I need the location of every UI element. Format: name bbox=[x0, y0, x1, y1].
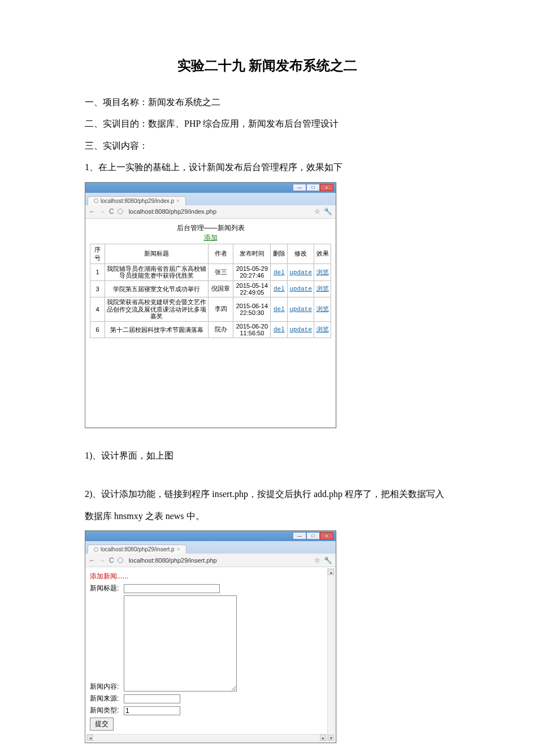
window-max-button[interactable]: □ bbox=[306, 184, 320, 191]
cell-time: 2015-05-2920:27:46 bbox=[233, 263, 271, 280]
step-1: 1、在上一实验的基础上，设计新闻发布后台管理程序，效果如下 bbox=[85, 157, 449, 178]
section-1: 一、项目名称：新闻发布系统之二 bbox=[85, 92, 449, 113]
nav-reload-button[interactable]: C bbox=[109, 208, 114, 215]
window-titlebar: — □ x bbox=[85, 531, 336, 541]
row-submit: 提交 bbox=[90, 718, 327, 731]
cell-view: 浏览 bbox=[314, 297, 331, 321]
step-1-2: 2)、设计添加功能，链接到程序 insert.php，按提交后执行 add.ph… bbox=[85, 483, 449, 527]
tab-favicon-icon bbox=[94, 547, 98, 552]
view-link[interactable]: 浏览 bbox=[316, 305, 329, 312]
browser-toolbar: ← → C localhost:8080/php29/index.php ☆ 🔧 bbox=[85, 205, 336, 219]
window-min-button[interactable]: — bbox=[293, 184, 306, 191]
textarea-news-content[interactable] bbox=[124, 595, 237, 692]
delete-link[interactable]: del bbox=[273, 306, 285, 313]
update-link[interactable]: update bbox=[289, 269, 312, 276]
cell-id: 6 bbox=[90, 321, 105, 338]
update-link[interactable]: update bbox=[289, 306, 312, 313]
cell-id: 1 bbox=[90, 263, 105, 280]
row-title: 新闻标题: bbox=[90, 584, 327, 593]
delete-link[interactable]: del bbox=[273, 269, 285, 276]
cell-upd: update bbox=[288, 280, 314, 297]
input-news-title[interactable] bbox=[124, 584, 220, 593]
screenshot-insert-window: — □ x localhost:8080/php29/insert.p × ← … bbox=[85, 530, 336, 743]
cell-upd: update bbox=[288, 263, 314, 280]
th-title: 新闻标题 bbox=[105, 244, 209, 263]
wrench-menu-icon[interactable]: 🔧 bbox=[324, 556, 332, 564]
cell-time: 2015-06-2011:56:50 bbox=[233, 321, 271, 338]
update-link[interactable]: update bbox=[289, 286, 312, 292]
wrench-menu-icon[interactable]: 🔧 bbox=[324, 208, 332, 215]
url-globe-icon bbox=[118, 558, 123, 563]
cell-author: 倪国章 bbox=[209, 280, 233, 297]
cell-upd: update bbox=[288, 297, 314, 321]
table-row: 3学院第五届寝室文化节成功举行倪国章2015-05-1422:49:05delu… bbox=[90, 280, 331, 297]
cell-id: 4 bbox=[90, 297, 105, 321]
cell-del: del bbox=[271, 280, 288, 297]
table-row: 1我院辅导员在湖南省首届广东高校辅导员技能竞赛中获得优胜奖张三2015-05-2… bbox=[90, 263, 331, 280]
cell-time: 2015-06-1422:50:30 bbox=[233, 297, 271, 321]
table-heading: 后台管理——新闻列表 bbox=[90, 223, 331, 233]
horizontal-scrollbar[interactable]: ◂ ▸ bbox=[86, 734, 327, 741]
window-min-button[interactable]: — bbox=[293, 532, 306, 539]
tab-label: localhost:8080/php29/insert.p bbox=[101, 546, 175, 552]
th-upd: 修改 bbox=[288, 244, 314, 263]
cell-upd: update bbox=[288, 321, 314, 338]
label-type: 新闻类型: bbox=[90, 706, 124, 715]
news-table: 序号 新闻标题 作者 发布时间 删除 修改 效果 1我院辅导员在湖南省首届广东高… bbox=[90, 244, 331, 338]
screenshot-index-window: — □ x localhost:8080/php29/index.p × ← →… bbox=[85, 182, 336, 428]
browser-tab-strip: localhost:8080/php29/index.p × bbox=[85, 193, 336, 205]
window-max-button[interactable]: □ bbox=[306, 532, 320, 539]
url-bar[interactable]: localhost:8080/php29/insert.php bbox=[127, 556, 311, 565]
delete-link[interactable]: del bbox=[273, 286, 285, 292]
news-tbody: 1我院辅导员在湖南省首届广东高校辅导员技能竞赛中获得优胜奖张三2015-05-2… bbox=[90, 263, 331, 338]
tab-close-icon[interactable]: × bbox=[176, 198, 180, 204]
input-news-type[interactable] bbox=[124, 706, 180, 715]
cell-title: 我院荣获省高校党建研究会暨文艺作品创作交流及展优质课活动评比多项嘉奖 bbox=[105, 297, 209, 321]
browser-tab[interactable]: localhost:8080/php29/insert.p × bbox=[88, 545, 186, 554]
scroll-up-arrow-icon[interactable]: ▴ bbox=[328, 569, 334, 575]
tab-close-icon[interactable]: × bbox=[177, 546, 180, 552]
input-news-source[interactable] bbox=[124, 694, 180, 703]
nav-reload-button[interactable]: C bbox=[109, 556, 114, 564]
url-bar[interactable]: localhost:8080/php29/index.php bbox=[127, 207, 311, 216]
view-link[interactable]: 浏览 bbox=[316, 326, 329, 332]
cell-author: 院办 bbox=[209, 321, 233, 338]
table-header-row: 序号 新闻标题 作者 发布时间 删除 修改 效果 bbox=[90, 244, 331, 263]
cell-id: 3 bbox=[90, 280, 105, 297]
browser-toolbar: ← → C localhost:8080/php29/insert.php ☆ … bbox=[85, 554, 336, 567]
add-news-link[interactable]: 添加 bbox=[90, 233, 331, 243]
browser-tab[interactable]: localhost:8080/php29/index.p × bbox=[88, 196, 186, 205]
update-link[interactable]: update bbox=[289, 326, 312, 333]
scroll-down-arrow-icon[interactable]: ▾ bbox=[328, 735, 334, 741]
th-view: 效果 bbox=[314, 244, 331, 263]
th-del: 删除 bbox=[271, 244, 288, 263]
bookmark-star-icon[interactable]: ☆ bbox=[314, 208, 320, 215]
table-row: 6第十二届校园科技学术节圆满落幕院办2015-06-2011:56:50delu… bbox=[90, 321, 331, 338]
row-content: 新闻内容: bbox=[90, 595, 327, 692]
cell-del: del bbox=[271, 297, 288, 321]
scroll-left-arrow-icon[interactable]: ◂ bbox=[87, 735, 93, 741]
page-content: 添加新闻...... 新闻标题: 新闻内容: 新闻来源: 新闻类型: 提交 bbox=[85, 567, 336, 742]
cell-title: 学院第五届寝室文化节成功举行 bbox=[105, 280, 209, 297]
tab-label: localhost:8080/php29/index.p bbox=[101, 198, 174, 204]
bookmark-star-icon[interactable]: ☆ bbox=[314, 556, 320, 564]
document-page: 实验二十九 新闻发布系统之二 一、项目名称：新闻发布系统之二 二、实训目的：数据… bbox=[0, 0, 534, 756]
nav-back-button[interactable]: ← bbox=[89, 208, 95, 215]
view-link[interactable]: 浏览 bbox=[316, 285, 329, 292]
nav-back-button[interactable]: ← bbox=[89, 556, 95, 564]
nav-forward-button[interactable]: → bbox=[99, 556, 106, 564]
window-close-button[interactable]: x bbox=[320, 532, 333, 539]
window-close-button[interactable]: x bbox=[320, 184, 333, 191]
vertical-scrollbar[interactable]: ▴ ▾ bbox=[327, 568, 335, 741]
section-3: 三、实训内容： bbox=[85, 135, 449, 157]
delete-link[interactable]: del bbox=[273, 326, 285, 333]
cell-time: 2015-05-1422:49:05 bbox=[233, 280, 271, 297]
scroll-right-arrow-icon[interactable]: ▸ bbox=[320, 735, 326, 741]
submit-button[interactable]: 提交 bbox=[90, 718, 114, 731]
row-type: 新闻类型: bbox=[90, 706, 327, 715]
cell-view: 浏览 bbox=[314, 321, 331, 338]
view-link[interactable]: 浏览 bbox=[316, 269, 329, 275]
nav-forward-button[interactable]: → bbox=[99, 208, 106, 215]
section-2: 二、实训目的：数据库、PHP 综合应用，新闻发布后台管理设计 bbox=[85, 113, 449, 135]
cell-author: 张三 bbox=[209, 263, 233, 280]
